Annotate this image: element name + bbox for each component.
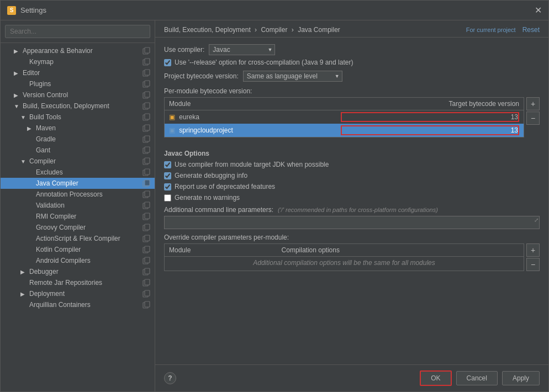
tree-arrow-icon: ▶ <box>20 291 27 297</box>
sidebar-item-arquillian-containers[interactable]: Arquillian Containers <box>1 299 155 310</box>
sidebar-item-android-compilers[interactable]: Android Compilers <box>1 255 155 266</box>
sidebar-item-compiler[interactable]: ▼Compiler <box>1 156 155 167</box>
tree-arrow-icon: ▼ <box>20 114 27 120</box>
svg-rect-13 <box>145 114 150 119</box>
sidebar-item-validation[interactable]: Validation <box>1 200 155 211</box>
override-empty-row: Additional compilation options will be t… <box>165 257 524 269</box>
sidebar-item-plugins[interactable]: Plugins <box>1 78 155 89</box>
project-bytecode-select-wrapper: Same as language level 8 11 13 ▼ <box>243 71 342 82</box>
additional-params-input[interactable] <box>164 216 540 229</box>
additional-params-section: Additional command line parameters: ('/'… <box>164 206 540 229</box>
svg-rect-29 <box>145 202 150 208</box>
sidebar-item-gradle[interactable]: Gradle <box>1 134 155 145</box>
use-compiler-label: Use compiler: <box>164 46 204 54</box>
version-col-header: Target bytecode version <box>336 98 524 110</box>
tree-arrow-icon: ▶ <box>14 48 20 54</box>
svg-rect-3 <box>145 59 150 64</box>
sidebar-item-appearance-behavior[interactable]: ▶Appearance & Behavior <box>1 45 155 56</box>
svg-rect-37 <box>145 246 150 252</box>
svg-rect-11 <box>145 103 150 108</box>
app-icon: S <box>7 6 16 15</box>
javac-checkbox-row-generate-debugging: Generate debugging info <box>164 172 540 179</box>
help-button[interactable]: ? <box>164 372 176 384</box>
project-bytecode-select[interactable]: Same as language level 8 11 13 <box>243 71 342 82</box>
titlebar: S Settings ✕ <box>1 1 548 20</box>
module-folder-icon: ▣ <box>169 113 175 121</box>
sidebar-item-label: Keymap <box>29 58 54 66</box>
sidebar-item-label: Validation <box>36 202 65 209</box>
copy-icon <box>142 157 150 165</box>
tree-arrow-icon: ▼ <box>14 103 20 109</box>
additional-params-label: Additional command line parameters: <box>164 206 273 214</box>
override-options-col-header: Compilation options <box>277 244 524 257</box>
sidebar-item-gant[interactable]: Gant <box>1 145 155 156</box>
main-header: Build, Execution, Deployment › Compiler … <box>155 20 548 38</box>
header-right: For current project Reset <box>466 26 540 34</box>
main-panel: Build, Execution, Deployment › Compiler … <box>155 20 548 391</box>
ok-button[interactable]: OK <box>420 370 451 386</box>
javac-checkbox-report-deprecated[interactable] <box>164 183 171 190</box>
main-content-area: ▶Appearance & BehaviorKeymap▶EditorPlugi… <box>1 20 548 391</box>
javac-checkbox-generate-no-warnings[interactable] <box>164 194 171 202</box>
svg-rect-45 <box>145 290 150 296</box>
sidebar-item-label: Deployment <box>29 290 65 298</box>
copy-icon <box>142 168 150 176</box>
override-header: Override compiler parameters per-module: <box>164 234 540 241</box>
search-box <box>1 20 155 43</box>
module-table-row[interactable]: ▣ eureka 13 <box>165 110 524 124</box>
module-name-cell: ▣ springcloudproject <box>165 124 336 137</box>
tree-arrow-icon: ▶ <box>14 92 20 98</box>
sidebar-item-label: Gant <box>36 146 50 154</box>
sidebar-item-keymap[interactable]: Keymap <box>1 56 155 67</box>
sidebar-item-java-compiler[interactable]: Java Compiler <box>1 178 155 189</box>
compiler-select[interactable]: Javac Eclipse Ajc <box>209 44 275 55</box>
cross-compile-checkbox[interactable] <box>164 59 171 66</box>
additional-params-hint: ('/' recommended in paths for cross-plat… <box>278 206 438 213</box>
copy-icon <box>142 146 150 154</box>
javac-checkbox-row-generate-no-warnings: Generate no warnings <box>164 194 540 202</box>
settings-content: Use compiler: Javac Eclipse Ajc ▼ Use '-… <box>155 38 548 364</box>
sidebar-item-annotation-processors[interactable]: Annotation Processors <box>1 189 155 200</box>
sidebar-item-actionscript-flex-compiler[interactable]: ActionScript & Flex Compiler <box>1 233 155 244</box>
apply-button[interactable]: Apply <box>502 371 540 385</box>
sidebar-item-build-execution-deployment[interactable]: ▼Build, Execution, Deployment <box>1 100 155 112</box>
cancel-button[interactable]: Cancel <box>456 371 498 385</box>
breadcrumb-sep1: › <box>255 26 257 34</box>
remove-module-button[interactable]: − <box>526 112 540 125</box>
copy-icon <box>142 235 150 242</box>
javac-checkbox-use-module-target[interactable] <box>164 161 171 168</box>
sidebar-item-label: Build, Execution, Deployment <box>23 102 109 110</box>
module-table-row[interactable]: ▣ springcloudproject 13 <box>165 124 524 137</box>
sidebar-item-remote-jar-repositories[interactable]: Remote Jar Repositories <box>1 277 155 288</box>
svg-rect-33 <box>145 224 150 230</box>
sidebar-item-maven[interactable]: ▶Maven <box>1 123 155 134</box>
search-input[interactable] <box>5 25 150 38</box>
sidebar-item-debugger[interactable]: ▶Debugger <box>1 266 155 277</box>
sidebar-item-excludes[interactable]: Excludes <box>1 167 155 178</box>
remove-override-button[interactable]: − <box>526 258 540 271</box>
copy-icon <box>142 80 150 88</box>
titlebar-left: S Settings <box>7 6 46 15</box>
sidebar-item-deployment[interactable]: ▶Deployment <box>1 288 155 299</box>
sidebar-item-version-control[interactable]: ▶Version Control <box>1 89 155 100</box>
add-module-button[interactable]: + <box>526 97 540 110</box>
sidebar-item-build-tools[interactable]: ▼Build Tools <box>1 112 155 123</box>
add-override-button[interactable]: + <box>526 243 540 257</box>
module-table: Module Target bytecode version ▣ eureka … <box>165 98 524 137</box>
sidebar-item-label: Kotlin Compiler <box>36 246 81 253</box>
reset-link[interactable]: Reset <box>522 26 540 34</box>
sidebar-item-kotlin-compiler[interactable]: Kotlin Compiler <box>1 244 155 255</box>
additional-params-input-wrapper: ⤢ <box>164 216 540 229</box>
svg-rect-47 <box>145 301 150 307</box>
sidebar-item-label: Maven <box>36 124 56 132</box>
sidebar-item-groovy-compiler[interactable]: Groovy Compiler <box>1 222 155 233</box>
copy-icon <box>142 301 150 309</box>
tree-arrow-icon: ▼ <box>20 158 27 165</box>
javac-checkbox-generate-debugging[interactable] <box>164 172 171 179</box>
sidebar-item-editor[interactable]: ▶Editor <box>1 67 155 78</box>
close-button[interactable]: ✕ <box>535 5 542 15</box>
sidebar-item-rmi-compiler[interactable]: RMI Compiler <box>1 211 155 222</box>
module-table-container: Module Target bytecode version ▣ eureka … <box>164 97 524 137</box>
expand-input-icon[interactable]: ⤢ <box>534 217 539 223</box>
settings-window: S Settings ✕ ▶Appearance & BehaviorKeyma… <box>0 0 549 392</box>
